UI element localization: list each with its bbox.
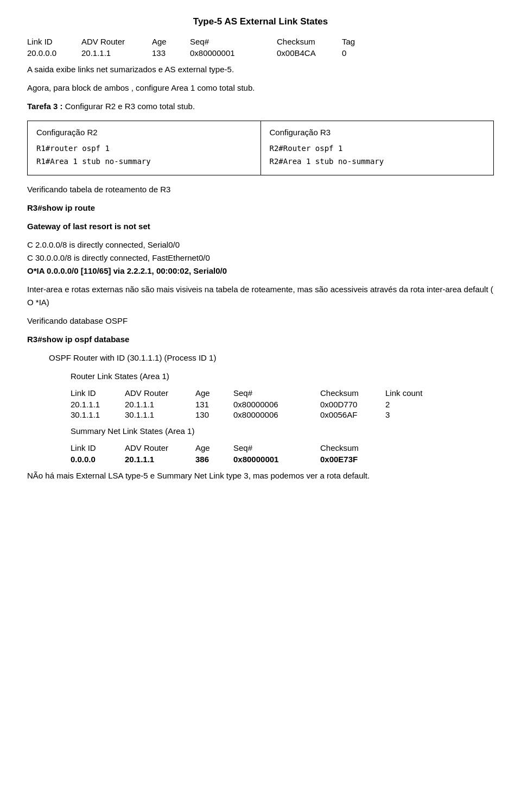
- header-checksum: Checksum: [277, 37, 342, 46]
- config-right-code: R2#Router ospf 1 R2#Area 1 stub no-summa…: [270, 142, 485, 168]
- cell-advrouter-0: 20.1.1.1: [81, 48, 152, 58]
- rls-cell-seq-1: 0x80000006: [233, 410, 320, 419]
- rls-cell-advrouter-0: 20.1.1.1: [125, 400, 195, 409]
- task3-line: Tarefa 3 : Configurar R2 e R3 como total…: [27, 100, 494, 113]
- cell-age-0: 133: [152, 48, 190, 58]
- header-advrouter: ADV Router: [81, 37, 152, 46]
- rls-cell-linkcount-1: 3: [385, 410, 434, 419]
- cell-checksum-0: 0x00B4CA: [277, 48, 342, 58]
- show-db-command: R3#show ip ospf database: [27, 333, 494, 346]
- rls-header: Link ID ADV Router Age Seq# Checksum Lin…: [71, 388, 494, 398]
- show-command: R3#show ip route: [27, 202, 494, 215]
- route-line-2: O*IA 0.0.0.0/0 [110/65] via 2.2.2.1, 00:…: [27, 265, 494, 278]
- header-linkid: Link ID: [27, 37, 81, 46]
- header-seq: Seq#: [190, 37, 277, 46]
- intro-table-header: Link ID ADV Router Age Seq# Checksum Tag: [27, 37, 494, 46]
- rls-header-seq: Seq#: [233, 388, 320, 398]
- final-note: NÃo há mais External LSA type-5 e Summar…: [27, 469, 494, 482]
- rls-cell-age-0: 131: [195, 400, 233, 409]
- config-left-line-0: R1#router ospf 1: [36, 142, 252, 155]
- page-title: Type-5 AS External Link States: [27, 16, 494, 27]
- header-age: Age: [152, 37, 190, 46]
- snt-header-seq: Seq#: [233, 443, 320, 452]
- rls-cell-linkcount-0: 2: [385, 400, 434, 409]
- rls-cell-advrouter-1: 30.1.1.1: [125, 410, 195, 419]
- verify-db-heading: Verificando database OSPF: [27, 314, 494, 328]
- rls-cell-seq-0: 0x80000006: [233, 400, 320, 409]
- config-left-title: Configuração R2: [36, 128, 252, 137]
- summary-net-label: Summary Net Link States (Area 1): [71, 425, 494, 438]
- router-link-table: Link ID ADV Router Age Seq# Checksum Lin…: [71, 388, 494, 419]
- verify-heading: Verificando tabela de roteamento de R3: [27, 183, 494, 196]
- rls-cell-linkid-1: 30.1.1.1: [71, 410, 125, 419]
- rls-header-linkid: Link ID: [71, 388, 125, 398]
- rls-cell-checksum-1: 0x0056AF: [320, 410, 385, 419]
- header-tag: Tag: [342, 37, 374, 46]
- snt-cell-checksum-0: 0x00E73F: [320, 455, 385, 464]
- gateway-text: Gateway of last resort is not set: [27, 220, 494, 233]
- snt-cell-age-0: 386: [195, 455, 233, 464]
- para2: Agora, para block de ambos , configure A…: [27, 81, 494, 95]
- intro-table: Link ID ADV Router Age Seq# Checksum Tag…: [27, 37, 494, 58]
- cell-seq-0: 0x80000001: [190, 48, 277, 58]
- snt-header-linkid: Link ID: [71, 443, 125, 452]
- route-line-0: C 2.0.0.0/8 is directly connected, Seria…: [27, 238, 494, 251]
- rls-header-advrouter: ADV Router: [125, 388, 195, 398]
- rls-row-1: 30.1.1.1 30.1.1.1 130 0x80000006 0x0056A…: [71, 410, 494, 419]
- snt-header-age: Age: [195, 443, 233, 452]
- inter-area-text: Inter-area e rotas externas não são mais…: [27, 283, 494, 309]
- config-table: Configuração R2 R1#router ospf 1 R1#Area…: [27, 121, 494, 175]
- config-left-line-1: R1#Area 1 stub no-summary: [36, 155, 252, 168]
- task3-text: Configurar R2 e R3 como total stub.: [63, 102, 195, 111]
- rls-row-0: 20.1.1.1 20.1.1.1 131 0x80000006 0x00D77…: [71, 400, 494, 409]
- config-right-line-0: R2#Router ospf 1: [270, 142, 485, 155]
- rls-cell-linkid-0: 20.1.1.1: [71, 400, 125, 409]
- config-left: Configuração R2 R1#router ospf 1 R1#Area…: [28, 121, 261, 175]
- para1: A saida exibe links net sumarizados e AS…: [27, 63, 494, 76]
- snt-cell-linkid-0: 0.0.0.0: [71, 455, 125, 464]
- task3-label: Tarefa 3 :: [27, 102, 63, 111]
- rls-header-checksum: Checksum: [320, 388, 385, 398]
- snt-header: Link ID ADV Router Age Seq# Checksum: [71, 443, 494, 452]
- snt-row-0: 0.0.0.0 20.1.1.1 386 0x80000001 0x00E73F: [71, 455, 494, 464]
- snt-cell-advrouter-0: 20.1.1.1: [125, 455, 195, 464]
- ospf-id-line: OSPF Router with ID (30.1.1.1) (Process …: [49, 351, 494, 364]
- router-link-states-label: Router Link States (Area 1): [71, 370, 494, 383]
- config-right: Configuração R3 R2#Router ospf 1 R2#Area…: [261, 121, 494, 175]
- intro-table-row-0: 20.0.0.0 20.1.1.1 133 0x80000001 0x00B4C…: [27, 48, 494, 58]
- route-lines: C 2.0.0.0/8 is directly connected, Seria…: [27, 238, 494, 278]
- config-right-title: Configuração R3: [270, 128, 485, 137]
- rls-cell-checksum-0: 0x00D770: [320, 400, 385, 409]
- config-left-code: R1#router ospf 1 R1#Area 1 stub no-summa…: [36, 142, 252, 168]
- config-right-line-1: R2#Area 1 stub no-summary: [270, 155, 485, 168]
- rls-header-age: Age: [195, 388, 233, 398]
- snt-header-checksum: Checksum: [320, 443, 385, 452]
- route-line-1: C 30.0.0.0/8 is directly connected, Fast…: [27, 251, 494, 265]
- snt-header-advrouter: ADV Router: [125, 443, 195, 452]
- cell-tag-0: 0: [342, 48, 374, 58]
- rls-cell-age-1: 130: [195, 410, 233, 419]
- snt-cell-seq-0: 0x80000001: [233, 455, 320, 464]
- cell-linkid-0: 20.0.0.0: [27, 48, 81, 58]
- rls-header-linkcount: Link count: [385, 388, 434, 398]
- summary-net-table: Link ID ADV Router Age Seq# Checksum 0.0…: [71, 443, 494, 464]
